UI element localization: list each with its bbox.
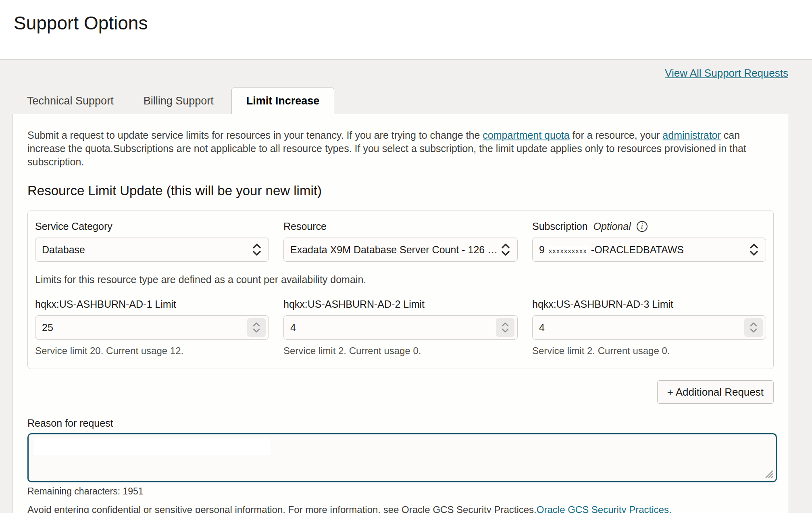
intro-paragraph: Submit a request to update service limit… [27,129,765,169]
intro-text-2: for a resource, your [570,129,663,141]
resource-field: Resource Exadata X9M Database Server Cou… [283,221,518,262]
ad3-limit-inputwrap [532,315,766,340]
subscription-label: Subscription [532,221,588,232]
ad3-helper-text: Service limit 2. Current usage 0. [532,345,766,357]
selectors-row: Service Category Database Resource Exada… [35,221,766,262]
reason-for-request-label: Reason for request [27,417,774,429]
ad1-limit-inputwrap [35,315,269,340]
ad2-limit-inputwrap [283,315,518,340]
ad1-limit-input[interactable] [35,315,269,340]
intro-text-1: Submit a request to update service limit… [27,129,483,141]
ad3-limit-input[interactable] [532,315,766,340]
additional-request-button[interactable]: + Additional Request [657,380,774,404]
ad-limits-row: hqkx:US-ASHBURN-AD-1 Limit Service limit… [35,298,766,357]
service-category-label: Service Category [35,221,269,232]
resource-limit-update-heading: Resource Limit Update (this will be your… [27,183,774,198]
resource-value: Exadata X9M Database Server Count - 126 … [290,244,497,256]
gcs-security-practices-link[interactable]: Oracle GCS Security Practices. [537,504,672,513]
view-all-support-requests-link[interactable]: View All Support Requests [665,67,788,79]
ad3-limit-field: hqkx:US-ASHBURN-AD-3 Limit Service limit… [532,298,766,357]
reason-textarea-wrap [27,433,777,482]
reason-textarea[interactable] [29,434,776,481]
stepper-chevrons-icon [501,321,510,334]
stepper-chevrons-icon [749,321,758,334]
compartment-quota-link[interactable]: compartment quota [483,129,569,141]
subscription-value-suffix: -ORACLEDBATAWS [591,244,684,255]
tab-billing-support[interactable]: Billing Support [131,88,226,114]
tab-limit-increase[interactable]: Limit Increase [231,88,335,114]
ad1-limit-field: hqkx:US-ASHBURN-AD-1 Limit Service limit… [35,298,269,357]
stepper-chevrons-icon [252,321,261,334]
subscription-field: Subscription Optional i 9 xxxxxxxxxx -OR… [532,221,766,262]
resource-select[interactable]: Exadata X9M Database Server Count - 126 … [283,238,518,262]
app-header: Support Options [0,0,812,60]
security-notice: Avoid entering confidential or sensitive… [27,504,774,513]
subscription-optional-tag: Optional [593,221,631,232]
ad3-stepper[interactable] [744,318,763,337]
button-row: + Additional Request [27,380,774,404]
select-chevrons-icon [749,242,759,257]
ad2-helper-text: Service limit 2. Current usage 0. [283,345,518,357]
select-chevrons-icon [252,242,262,257]
remaining-characters-text: Remaining characters: 1951 [27,486,774,497]
ad1-helper-text: Service limit 20. Current usage 12. [35,345,269,357]
ad2-stepper[interactable] [496,318,514,337]
subscription-value-masked: xxxxxxxxxx [548,246,588,256]
limit-increase-panel: Submit a request to update service limit… [12,114,789,513]
tab-technical-support[interactable]: Technical Support [15,88,126,114]
resource-label: Resource [283,221,518,232]
subscription-label-row: Subscription Optional i [532,221,766,232]
ad2-limit-field: hqkx:US-ASHBURN-AD-2 Limit Service limit… [283,298,518,357]
service-category-field: Service Category Database [35,221,269,262]
page-title: Support Options [14,12,812,34]
service-category-value: Database [42,244,248,256]
limits-note: Limits for this resource type are define… [35,274,766,286]
resize-handle-icon[interactable] [763,469,774,480]
service-category-select[interactable]: Database [35,238,269,262]
info-icon[interactable]: i [637,221,648,232]
subscription-value-prefix: 9 [539,244,545,255]
ad1-stepper[interactable] [247,318,266,337]
ad3-limit-label: hqkx:US-ASHBURN-AD-3 Limit [532,298,766,310]
ad2-limit-label: hqkx:US-ASHBURN-AD-2 Limit [283,298,518,310]
select-chevrons-icon [500,242,511,257]
ad2-limit-input[interactable] [283,315,518,340]
subscription-value: 9 xxxxxxxxxx -ORACLEDBATAWS [539,244,745,256]
limit-request-card: Service Category Database Resource Exada… [27,211,774,369]
page-body: View All Support Requests Technical Supp… [0,60,812,513]
subscription-select[interactable]: 9 xxxxxxxxxx -ORACLEDBATAWS [532,238,766,262]
administrator-link[interactable]: administrator [662,129,721,141]
security-notice-text: Avoid entering confidential or sensitive… [27,504,537,513]
tab-bar: Technical Support Billing Support Limit … [15,87,812,114]
ad1-limit-label: hqkx:US-ASHBURN-AD-1 Limit [35,298,269,310]
link-row: View All Support Requests [0,67,812,81]
